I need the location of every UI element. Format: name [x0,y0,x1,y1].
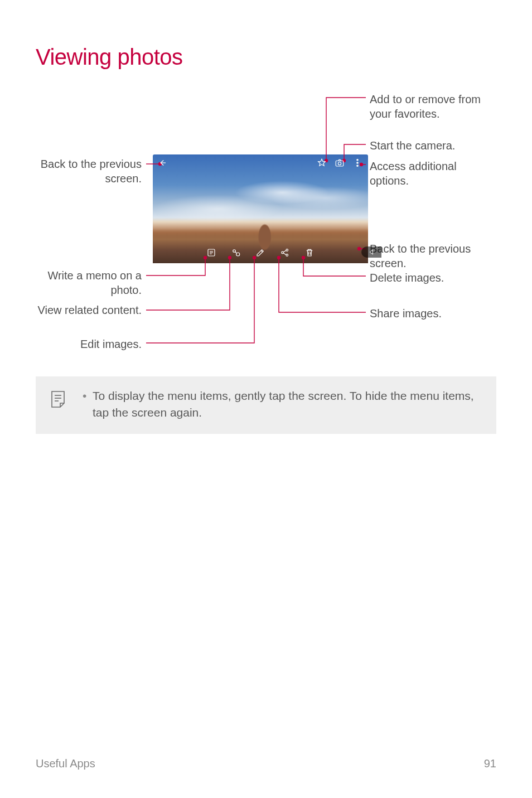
related-content-icon [231,248,241,258]
edit-pencil-icon [255,248,265,258]
delete-trash-icon [304,248,315,258]
page-title: Viewing photos [36,45,496,70]
note-text: To display the menu items, gently tap th… [83,388,483,422]
svg-point-1 [338,162,341,165]
svg-point-9 [286,249,288,252]
callout-edit-images: Edit images. [36,337,142,351]
memo-icon [206,248,216,258]
callout-share: Share images. [370,306,492,321]
svg-point-3 [357,162,358,163]
footer-section: Useful Apps [36,757,95,770]
footer-page-number: 91 [484,757,496,770]
star-icon [317,158,327,168]
note-block: To display the menu items, gently tap th… [36,376,496,434]
svg-point-2 [357,159,358,161]
back-arrow-icon [157,158,167,168]
note-icon [49,390,67,409]
callout-back-previous-right: Back to the previous screen. [370,241,492,270]
nav-back-pill [361,246,381,258]
collapse-chevron-icon: ˄ [375,158,378,166]
triangle-back-icon [367,248,375,256]
photo-viewer-diagram: ˄ [36,86,499,360]
camera-icon [335,158,345,168]
photo-viewer-screenshot: ˄ [153,154,368,263]
callout-delete: Delete images. [370,270,492,285]
svg-point-4 [357,165,358,166]
callout-access-options: Access additional options. [370,159,492,188]
callout-start-camera: Start the camera. [370,138,492,153]
svg-rect-0 [336,161,344,166]
callout-back-previous: Back to the previous screen. [36,157,142,186]
svg-point-10 [286,254,288,257]
callout-write-memo: Write a memo on a photo. [36,268,142,297]
share-icon [280,248,290,258]
more-options-icon [352,158,362,168]
callout-view-related: View related content. [36,303,142,317]
callout-favorites: Add to or remove from your favorites. [370,92,492,121]
